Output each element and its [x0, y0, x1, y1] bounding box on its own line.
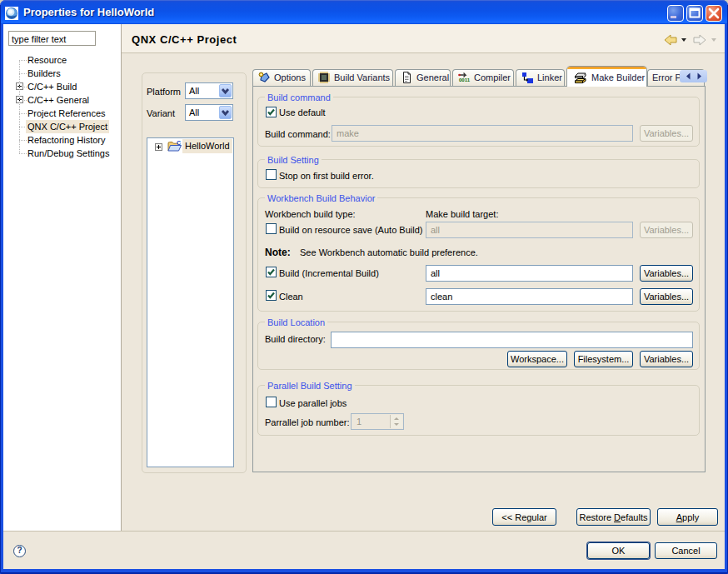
- svg-text:C: C: [177, 140, 181, 146]
- svg-text:0011: 0011: [459, 77, 471, 82]
